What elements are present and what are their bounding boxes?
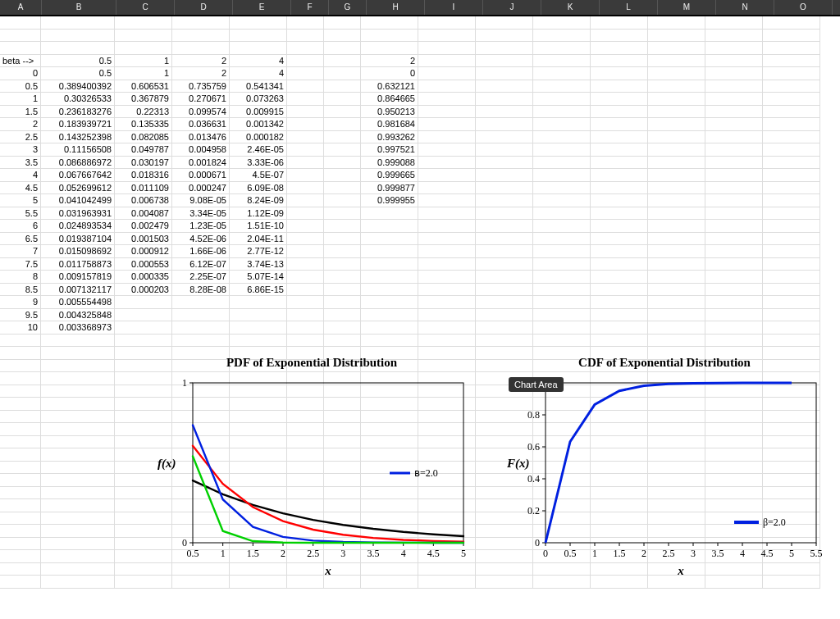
cell[interactable]: 0.389400392	[41, 80, 115, 93]
cell[interactable]: 4	[230, 55, 287, 68]
cell[interactable]: 6.86E-15	[230, 284, 287, 297]
cell[interactable]	[0, 30, 41, 43]
cell[interactable]	[648, 143, 705, 157]
cell[interactable]: 0.009915	[230, 106, 287, 119]
cell[interactable]: 1.5	[0, 106, 41, 119]
cell[interactable]	[287, 16, 324, 30]
cell[interactable]	[533, 42, 591, 55]
cell[interactable]	[533, 143, 591, 157]
cell[interactable]: 0.004325848	[41, 309, 115, 322]
cell[interactable]	[361, 309, 418, 322]
cell[interactable]	[418, 157, 476, 170]
cell[interactable]	[591, 106, 648, 119]
cell[interactable]	[533, 335, 591, 348]
cell[interactable]	[418, 233, 476, 246]
cell[interactable]	[763, 207, 820, 221]
cell[interactable]	[476, 245, 533, 258]
cell[interactable]: 0.999088	[361, 157, 418, 170]
cell[interactable]	[648, 30, 705, 43]
cell[interactable]	[591, 169, 648, 182]
cell[interactable]	[648, 309, 705, 322]
cell[interactable]	[361, 271, 418, 284]
cell[interactable]	[648, 157, 705, 170]
cell[interactable]	[705, 80, 763, 93]
cell[interactable]: 2	[0, 118, 41, 131]
cell[interactable]	[324, 233, 361, 246]
cell[interactable]: 8.28E-08	[172, 284, 230, 297]
cell[interactable]: 0.018316	[115, 169, 172, 182]
cell[interactable]	[591, 55, 648, 68]
cell[interactable]	[705, 207, 763, 221]
cell[interactable]	[763, 258, 820, 271]
col-header-N[interactable]: N	[716, 0, 774, 15]
col-header-H[interactable]: H	[367, 0, 425, 15]
cell[interactable]	[287, 233, 324, 246]
cell[interactable]	[533, 80, 591, 93]
cell[interactable]: 2	[172, 55, 230, 68]
cell[interactable]	[648, 93, 705, 106]
cell[interactable]	[476, 16, 533, 30]
cell[interactable]	[591, 284, 648, 297]
cell[interactable]	[476, 233, 533, 246]
cell[interactable]: 0.011109	[115, 182, 172, 195]
cell[interactable]	[533, 309, 591, 322]
cell[interactable]: 9	[0, 296, 41, 309]
cell[interactable]	[287, 284, 324, 297]
cell[interactable]	[705, 284, 763, 297]
cell[interactable]	[172, 309, 230, 322]
cell[interactable]	[115, 42, 172, 55]
cell[interactable]: 4	[230, 67, 287, 80]
cell[interactable]	[324, 157, 361, 170]
cell[interactable]	[591, 42, 648, 55]
cell[interactable]	[476, 271, 533, 284]
cell[interactable]	[287, 207, 324, 221]
cell[interactable]: 0.006738	[115, 194, 172, 207]
cell[interactable]	[591, 245, 648, 258]
cell[interactable]	[0, 42, 41, 55]
cell[interactable]: 2.04E-11	[230, 233, 287, 246]
cell[interactable]: 3.33E-06	[230, 157, 287, 170]
cell[interactable]	[476, 143, 533, 157]
cell[interactable]	[648, 284, 705, 297]
cell[interactable]: 0.236183276	[41, 106, 115, 119]
cell[interactable]	[763, 309, 820, 322]
cell[interactable]: 7.5	[0, 258, 41, 271]
cell[interactable]	[648, 118, 705, 131]
cell[interactable]	[418, 30, 476, 43]
cell[interactable]	[648, 220, 705, 233]
cell[interactable]: 3.74E-13	[230, 258, 287, 271]
cell[interactable]	[591, 93, 648, 106]
cell[interactable]	[324, 258, 361, 271]
cell[interactable]	[287, 169, 324, 182]
col-header-K[interactable]: K	[541, 0, 600, 15]
cell[interactable]	[763, 16, 820, 30]
cell[interactable]	[648, 321, 705, 335]
cell[interactable]	[324, 42, 361, 55]
cell[interactable]: 0.864665	[361, 93, 418, 106]
cell[interactable]	[533, 220, 591, 233]
cell[interactable]: 0.999665	[361, 169, 418, 182]
cell[interactable]	[591, 118, 648, 131]
cell[interactable]	[418, 16, 476, 30]
cell[interactable]	[763, 194, 820, 207]
cell[interactable]	[476, 258, 533, 271]
cell[interactable]: 0.052699612	[41, 182, 115, 195]
cell[interactable]: 5.07E-14	[230, 271, 287, 284]
cell[interactable]: 0.367879	[115, 93, 172, 106]
cell[interactable]	[763, 245, 820, 258]
cell[interactable]	[763, 220, 820, 233]
cell[interactable]	[361, 16, 418, 30]
cell[interactable]: 6.12E-07	[172, 258, 230, 271]
col-header-A[interactable]: A	[0, 0, 42, 15]
cell[interactable]: 0.270671	[172, 93, 230, 106]
cell[interactable]: 0.000182	[230, 131, 287, 144]
cell[interactable]	[763, 55, 820, 68]
cell[interactable]: 0.000247	[172, 182, 230, 195]
cell[interactable]: 0.000335	[115, 271, 172, 284]
cell[interactable]	[705, 296, 763, 309]
cell[interactable]	[533, 157, 591, 170]
cell[interactable]: 0.024893534	[41, 220, 115, 233]
cell[interactable]	[361, 245, 418, 258]
cell[interactable]: 0.013476	[172, 131, 230, 144]
cell[interactable]	[324, 194, 361, 207]
